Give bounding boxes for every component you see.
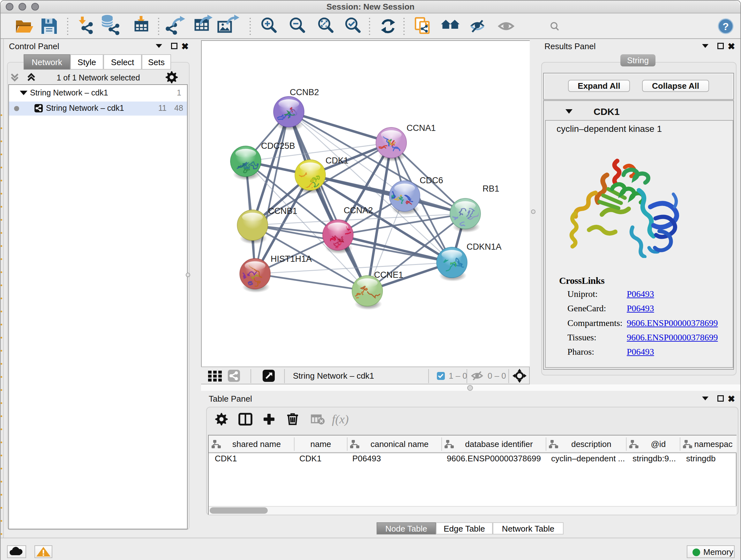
svg-text:CCNB2: CCNB2	[290, 87, 319, 97]
svg-text:CDC6: CDC6	[420, 176, 443, 185]
svg-text:@id: @id	[651, 439, 666, 449]
svg-text:CDK1: CDK1	[594, 106, 620, 117]
svg-text:CDK1: CDK1	[326, 156, 348, 165]
svg-text:P06493: P06493	[352, 454, 381, 463]
svg-text:CCNA2: CCNA2	[344, 206, 373, 215]
svg-text:database identifier: database identifier	[465, 439, 533, 449]
svg-text:RB1: RB1	[482, 184, 499, 193]
svg-text:f(x): f(x)	[332, 413, 349, 426]
svg-text:1 – 0: 1 – 0	[449, 371, 467, 381]
svg-text:CDKN1A: CDKN1A	[467, 242, 502, 252]
svg-text:CCNA1: CCNA1	[407, 123, 436, 133]
svg-text:1 of 1 Network selected: 1 of 1 Network selected	[57, 73, 140, 82]
svg-text:stringdb:9...: stringdb:9...	[632, 454, 676, 463]
svg-text:?: ?	[723, 21, 729, 32]
svg-text:namespac: namespac	[694, 439, 733, 449]
svg-text:stringdb: stringdb	[686, 454, 716, 463]
svg-text:CDK1: CDK1	[215, 454, 237, 463]
svg-text:CCNE1: CCNE1	[374, 270, 403, 280]
svg-text:0 – 0: 0 – 0	[488, 371, 506, 381]
svg-text:CCNB1: CCNB1	[268, 206, 297, 216]
svg-text:CDK1: CDK1	[299, 454, 321, 463]
svg-text:HIST1H1A: HIST1H1A	[271, 254, 312, 264]
svg-text:CDC25B: CDC25B	[261, 141, 295, 151]
svg-text:shared name: shared name	[232, 439, 281, 449]
svg-text:description: description	[571, 439, 611, 449]
svg-text:cyclin–dependent ...: cyclin–dependent ...	[551, 454, 625, 463]
svg-text:canonical name: canonical name	[370, 439, 428, 449]
svg-text:9606.ENSP00000378699: 9606.ENSP00000378699	[447, 454, 541, 463]
svg-text:name: name	[310, 439, 331, 449]
svg-text:String Network – cdk1: String Network – cdk1	[293, 371, 374, 381]
